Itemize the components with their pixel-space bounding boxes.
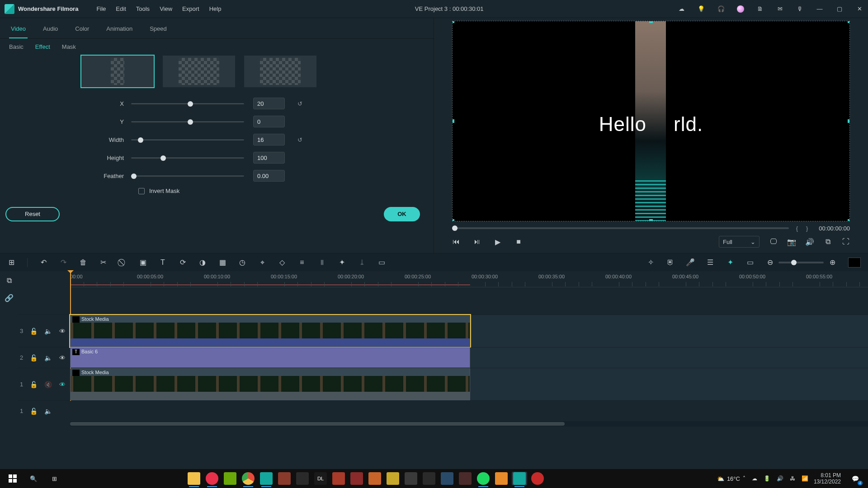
taskbar-app-game6[interactable] <box>385 472 401 485</box>
lock-icon[interactable]: 🔓 <box>29 407 38 415</box>
fit-icon[interactable]: ▭ <box>746 258 754 267</box>
taskbar-app-game9[interactable] <box>439 472 455 485</box>
audio-adjust-icon[interactable]: ⫴ <box>318 258 326 267</box>
window-minimize-icon[interactable]: — <box>816 5 824 13</box>
subtab-effect[interactable]: Effect <box>35 43 50 50</box>
tray-battery-icon[interactable]: 🔋 <box>764 475 770 482</box>
taskbar-app-game10[interactable] <box>458 472 473 485</box>
taskbar-app-explorer[interactable] <box>186 472 202 485</box>
notifications-icon[interactable]: 💬4 <box>846 471 864 486</box>
stop-icon[interactable]: ■ <box>514 238 523 246</box>
reset-button[interactable]: Reset <box>5 207 60 221</box>
tab-animation[interactable]: Animation <box>104 22 134 38</box>
lock-icon[interactable]: 🔓 <box>29 327 38 335</box>
timeline-h-scroll[interactable] <box>70 421 868 427</box>
width-reset-icon[interactable]: ↺ <box>294 134 306 145</box>
cut-icon[interactable]: ✂ <box>99 258 107 267</box>
menu-export[interactable]: Export <box>182 5 199 12</box>
mute-icon[interactable]: 🔈 <box>44 327 52 335</box>
quality-select[interactable]: Full ⌄ <box>719 236 760 248</box>
tips-icon[interactable]: 💡 <box>697 5 705 13</box>
speed-icon[interactable]: ⟳ <box>179 258 187 267</box>
ok-button[interactable]: OK <box>384 207 420 221</box>
mask-preset-3[interactable] <box>244 56 316 87</box>
taskbar-app-game5[interactable] <box>367 472 382 485</box>
resize-handle[interactable] <box>452 21 454 23</box>
mixer-icon[interactable]: ☰ <box>706 258 714 267</box>
taskbar-app-opera[interactable] <box>204 472 220 485</box>
visibility-icon[interactable]: 👁 <box>58 354 66 362</box>
resize-handle[interactable] <box>848 21 850 23</box>
zoom-in-icon[interactable]: ⊕ <box>828 258 836 267</box>
voiceover-icon[interactable]: 🎤 <box>686 258 694 267</box>
keyframe-icon[interactable]: ◇ <box>278 258 286 267</box>
taskbar-app-spotify[interactable] <box>476 472 491 485</box>
taskbar-app-vlc[interactable] <box>494 472 509 485</box>
taskbar-weather[interactable]: ⛅ 16°C <box>717 475 740 482</box>
resize-handle[interactable] <box>452 219 454 221</box>
invert-mask-checkbox[interactable] <box>138 188 145 194</box>
cloud-icon[interactable]: ☁ <box>677 5 685 13</box>
clip-stock-media-top[interactable]: Stock Media <box>70 315 470 347</box>
lock-icon[interactable]: 🔓 <box>29 354 38 362</box>
x-reset-icon[interactable]: ↺ <box>294 98 306 109</box>
mask-preset-2[interactable] <box>163 56 235 87</box>
link-icon[interactable]: 🔗 <box>5 294 13 302</box>
media-bin-icon[interactable]: ⧉ <box>5 277 13 285</box>
resize-handle[interactable] <box>649 219 653 221</box>
menu-edit[interactable]: Edit <box>116 5 126 12</box>
tray-volume-icon[interactable]: 🔊 <box>777 475 783 482</box>
mic-icon[interactable]: 🎙 <box>796 5 804 13</box>
green-screen-icon[interactable]: ▦ <box>218 258 226 267</box>
shield-icon[interactable]: ⛨ <box>666 258 675 267</box>
crop-icon[interactable]: ▣ <box>139 258 147 267</box>
width-value[interactable]: 16 <box>253 134 285 145</box>
account-icon[interactable] <box>737 5 744 13</box>
snapshot-icon[interactable]: 📷 <box>788 238 796 246</box>
effects-icon[interactable]: ✦ <box>338 258 346 267</box>
tray-chevron-icon[interactable]: ˄ <box>743 475 745 482</box>
feather-slider[interactable] <box>131 175 244 177</box>
menu-file[interactable]: File <box>96 5 106 12</box>
prev-frame-icon[interactable]: ⏮ <box>452 238 460 246</box>
group-icon[interactable]: ▭ <box>377 258 386 267</box>
taskbar-app-game8[interactable] <box>421 472 437 485</box>
subtab-mask[interactable]: Mask <box>62 43 76 50</box>
zoom-out-icon[interactable]: ⊖ <box>766 258 774 267</box>
subtab-basic[interactable]: Basic <box>9 43 24 50</box>
resize-handle[interactable] <box>848 219 850 221</box>
mute-icon[interactable]: 🔈 <box>44 407 52 415</box>
duration-icon[interactable]: ◷ <box>238 258 246 267</box>
height-slider[interactable] <box>131 157 244 159</box>
timeline-view-icon[interactable] <box>848 258 861 267</box>
taskbar-clock[interactable]: 8:01 PM 13/12/2022 <box>814 472 841 485</box>
menu-tools[interactable]: Tools <box>136 5 150 12</box>
taskbar-app-game1[interactable] <box>277 472 292 485</box>
play-icon[interactable]: ▶ <box>494 238 502 246</box>
save-icon[interactable]: 🗎 <box>756 5 764 13</box>
taskbar-app-game7[interactable] <box>403 472 419 485</box>
window-close-icon[interactable]: ✕ <box>855 5 863 13</box>
export-clip-icon[interactable]: ⤓ <box>358 258 366 267</box>
redo-icon[interactable]: ↷ <box>59 258 67 267</box>
support-icon[interactable]: 🎧 <box>717 5 725 13</box>
height-value[interactable]: 100 <box>253 152 285 164</box>
zoom-slider[interactable] <box>778 262 824 263</box>
menu-help[interactable]: Help <box>209 5 222 12</box>
tray-onedrive-icon[interactable]: ☁ <box>752 475 757 482</box>
preview-canvas[interactable]: Hello rld. <box>452 21 850 221</box>
volume-icon[interactable]: 🔊 <box>806 238 814 246</box>
y-value[interactable]: 0 <box>253 116 285 127</box>
tray-wifi-icon[interactable]: 📶 <box>802 475 808 482</box>
adjust-icon[interactable]: ≡ <box>298 258 306 267</box>
mask-preset-1[interactable] <box>81 56 154 87</box>
mute-icon[interactable]: 🔈 <box>44 354 52 362</box>
search-icon[interactable]: 🔍 <box>24 471 42 486</box>
feather-value[interactable]: 0.00 <box>253 170 285 182</box>
y-slider[interactable] <box>131 121 244 122</box>
text-icon[interactable]: T <box>159 258 167 267</box>
pip-icon[interactable]: ⧉ <box>824 238 832 246</box>
task-view-icon[interactable]: ⊞ <box>45 471 63 486</box>
tab-color[interactable]: Color <box>73 22 91 38</box>
resize-handle[interactable] <box>649 21 653 23</box>
